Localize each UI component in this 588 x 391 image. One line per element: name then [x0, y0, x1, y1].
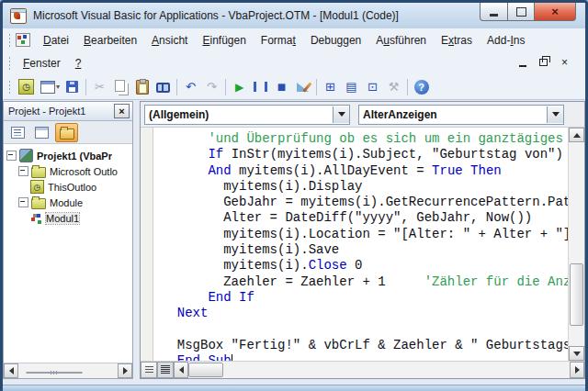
paste-button[interactable] [131, 77, 153, 96]
copy-button[interactable] [110, 77, 131, 96]
help-button[interactable]: ? [411, 77, 432, 96]
menu-ansicht[interactable]: Ansicht [144, 31, 195, 50]
view-microsoft-outlook-button[interactable]: ◷ [16, 77, 37, 96]
folder-icon [31, 198, 46, 209]
procedure-dropdown-button[interactable] [547, 106, 563, 123]
code-text: Zaehler = Zaehler + 1 [162, 274, 424, 289]
code-margin-indicator-bar[interactable] [141, 128, 153, 361]
tree-collapse-box[interactable] [18, 197, 28, 207]
menu-extras[interactable]: Extras [434, 31, 480, 50]
vertical-scroll-track[interactable] [569, 142, 584, 346]
view-code-button[interactable] [7, 124, 28, 141]
menu-bar-row-2: Fenster? × [3, 51, 585, 74]
code-keyword: Then [470, 163, 502, 178]
code-content[interactable]: 'und Überprüfung ob es sich um ein ganzt… [153, 128, 568, 361]
mdi-minimize-icon [519, 65, 526, 67]
scroll-left-button[interactable] [174, 362, 188, 378]
procedure-view-button[interactable] [141, 362, 157, 378]
toggle-folders-button[interactable] [55, 123, 78, 142]
tree-item-label: Modul1 [46, 213, 79, 224]
mdi-minimize-button[interactable] [514, 55, 530, 69]
view-object-button[interactable] [31, 124, 52, 141]
vertical-scroll-thumb[interactable] [570, 263, 583, 326]
code-editor[interactable]: 'und Überprüfung ob es sich um ein ganzt… [141, 128, 568, 361]
insert-userform-button[interactable] [37, 77, 58, 96]
object-dropdown[interactable]: (Allgemein) [144, 105, 350, 125]
cut-button[interactable]: ✂ [89, 77, 110, 96]
menu-add-ins[interactable]: Add-Ins [480, 31, 532, 50]
panel-splitter[interactable] [133, 101, 140, 379]
tree-item-microsoft-outlo[interactable]: Microsoft Outlo [4, 163, 132, 179]
tree-item-thisoutloo[interactable]: ◷ThisOutloo [4, 179, 132, 195]
menu-ausf-hren[interactable]: Ausführen [368, 31, 434, 50]
horizontal-scroll-thumb[interactable] [188, 363, 223, 377]
project-explorer-button[interactable]: ⊞ [320, 77, 341, 96]
toolbar-grip[interactable] [8, 80, 11, 95]
code-comment: 'und Überprüfung ob es sich um ein ganzt… [162, 131, 563, 146]
menu-einf-gen[interactable]: Einfügen [195, 31, 253, 50]
design-mode-icon [297, 82, 309, 92]
procedure-dropdown[interactable]: AlterAnzeigen [358, 105, 564, 125]
menu-fenster[interactable]: Fenster [16, 54, 68, 73]
tree-item-modul1[interactable]: Modul1 [4, 210, 132, 226]
run-button[interactable]: ▶ [229, 77, 250, 96]
code-text: InStr(myitems(i).Subject, "Geburtstag vo… [223, 147, 563, 162]
title-bar[interactable]: Microsoft Visual Basic for Applications … [3, 3, 585, 28]
mdi-close-button[interactable]: × [557, 55, 572, 69]
full-module-view-icon [161, 365, 170, 374]
toolbar-separator [316, 79, 317, 95]
code-line: myitems(i).Close 0 [162, 258, 568, 274]
close-button[interactable]: × [534, 3, 576, 21]
break-button[interactable] [250, 77, 271, 96]
save-button[interactable] [62, 77, 83, 96]
code-line [162, 322, 568, 338]
redo-button[interactable]: ↷ [201, 77, 222, 96]
code-text [162, 163, 208, 178]
project-panel-titlebar[interactable]: Projekt - Projekt1 × [4, 102, 132, 121]
menubar-grip-2[interactable] [8, 56, 11, 71]
find-button[interactable] [153, 77, 174, 96]
window-bottom-edge [3, 385, 585, 391]
mdi-restore-button[interactable] [536, 55, 551, 69]
maximize-button[interactable] [508, 3, 534, 21]
design-mode-button[interactable] [292, 77, 313, 96]
tree-collapse-box[interactable] [18, 166, 28, 176]
modul1-window-icon[interactable] [16, 33, 30, 47]
panel-scroll-left-button[interactable] [4, 363, 18, 378]
toolbox-button[interactable]: ⚒ [383, 77, 404, 96]
project-panel-close-button[interactable]: × [114, 104, 130, 118]
arrow-right-icon [123, 367, 128, 374]
properties-window-button[interactable]: ▤ [341, 77, 362, 96]
object-browser-button[interactable]: ⊡ [362, 77, 383, 96]
menu-?[interactable]: ? [68, 54, 89, 73]
scroll-up-button[interactable] [569, 128, 584, 142]
menu-debuggen[interactable]: Debuggen [303, 31, 368, 50]
arrow-down-icon [573, 352, 581, 356]
code-keyword: If [208, 147, 223, 162]
thumb-grip-icon [50, 370, 59, 375]
code-line: MsgBox "Fertig!" & vbCrLf & Zaehler & " … [162, 338, 568, 353]
menubar-grip[interactable] [8, 33, 11, 48]
reset-button[interactable]: ■ [271, 77, 292, 96]
code-text: myitems(i).Display [162, 179, 362, 194]
menu-bearbeiten[interactable]: Bearbeiten [76, 31, 144, 50]
outlook-icon: ◷ [30, 180, 44, 194]
project-panel-title: Projekt - Projekt1 [8, 106, 114, 117]
module-icon [30, 212, 42, 224]
menu-format[interactable]: Format [254, 31, 303, 50]
panel-scroll-right-button[interactable] [118, 363, 132, 378]
minimize-button[interactable] [480, 3, 508, 21]
tree-item-module[interactable]: Module [4, 195, 132, 210]
undo-button[interactable]: ↶ [180, 77, 201, 96]
panel-scroll-thumb[interactable] [26, 372, 83, 374]
tree-item-projekt1-vbapr[interactable]: Projekt1 (VbaPr [4, 148, 132, 163]
scroll-right-button[interactable] [570, 362, 584, 378]
horizontal-scroll-track[interactable] [188, 362, 570, 378]
object-dropdown-button[interactable] [333, 106, 349, 123]
menu-datei[interactable]: Datei [36, 31, 76, 50]
tree-collapse-box[interactable] [6, 151, 17, 161]
code-text [162, 147, 208, 162]
scroll-down-button[interactable] [569, 346, 584, 361]
arrow-left-icon [9, 367, 14, 374]
full-module-view-button[interactable] [157, 362, 174, 378]
